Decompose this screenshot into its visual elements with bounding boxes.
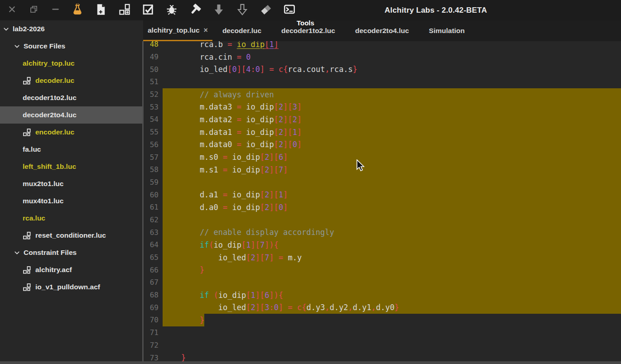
code-line[interactable]: 54 m.data2 = io_dip[2][2] (144, 113, 621, 126)
tab-label: alchitry_top.luc (148, 26, 200, 34)
sidebar-item-encoder-luc[interactable]: encoder.luc (0, 124, 143, 141)
download-solid-button[interactable] (207, 0, 231, 20)
sidebar-item-mux2to1-luc[interactable]: mux2to1.luc (0, 175, 143, 192)
sidebar-item-left_shift_1b-luc[interactable]: left_shift_1b.luc (0, 158, 143, 175)
alchitry-flask-button[interactable] (66, 0, 89, 20)
line-number: 60 (144, 188, 163, 201)
code-line[interactable]: 72 (144, 339, 621, 352)
code-line[interactable]: 63 // enable display accordingly (144, 226, 621, 239)
sidebar-scrollbar[interactable] (142, 41, 144, 364)
new-file-icon (95, 3, 107, 18)
code-line[interactable]: 52 // always driven (144, 88, 621, 101)
check-task-button[interactable] (136, 0, 160, 20)
code-line[interactable]: 60 d.a1 = io_dip[2][1] (144, 188, 621, 201)
code-line[interactable]: 66 } (144, 263, 621, 276)
code-line[interactable]: 58 m.s1 = io_dip[2][7] (144, 163, 621, 176)
sidebar-item-io_v1_pulldown-acf[interactable]: io_v1_pulldown.acf (0, 278, 143, 296)
component-icon (23, 283, 31, 292)
sidebar-item-decoder-luc[interactable]: decoder.luc (0, 72, 143, 89)
line-number: 65 (144, 251, 163, 264)
download-outline-icon (236, 3, 249, 18)
code-line[interactable]: 55 m.data1 = io_dip[2][1] (144, 126, 621, 139)
sidebar-item-decoder2to4-luc[interactable]: decoder2to4.luc (0, 106, 143, 124)
restore-icon (29, 5, 39, 16)
code-line[interactable]: 51 (144, 76, 621, 88)
component-icon (23, 128, 31, 137)
tab-decoder-luc[interactable]: decoder.luc (212, 20, 271, 41)
build-hammer-button[interactable] (183, 0, 207, 20)
code-line[interactable]: 49 rca.cin = 0 (144, 51, 621, 63)
line-number: 68 (144, 289, 163, 302)
chevron-down-icon[interactable] (3, 26, 10, 33)
horizontal-scrollbar[interactable] (0, 361, 621, 364)
code-line[interactable]: 53 m.data3 = io_dip[2][3] (144, 101, 621, 113)
component-icon (23, 231, 31, 240)
tab-decoder2to4-luc[interactable]: decoder2to4.luc (345, 20, 419, 41)
line-code: m.data2 = io_dip[2][2] (163, 113, 621, 126)
restore-button[interactable] (23, 0, 44, 20)
sidebar-item-rca-luc[interactable]: rca.luc (0, 210, 143, 227)
debug-bug-button[interactable] (160, 0, 183, 20)
sidebar-item-constraint-files[interactable]: Constraint Files (0, 244, 143, 261)
code-line[interactable]: 69 io_led[2][3:0] = c{d.y3,d.y2,d.y1,d.y… (144, 301, 621, 314)
code-line[interactable]: 48 rca.b = io_dip[1] (144, 41, 621, 51)
chevron-down-icon[interactable] (14, 249, 20, 256)
line-code (163, 176, 621, 189)
code-line[interactable]: 68 if (io_dip[1][6]){ (144, 289, 621, 302)
new-component-button[interactable] (113, 0, 136, 20)
sidebar-item-alchitry-acf[interactable]: alchitry.acf (0, 261, 143, 278)
code-line[interactable]: 65 io_led[2][7] = m.y (144, 251, 621, 264)
line-number: 70 (144, 314, 163, 326)
terminal-tools-button[interactable] (278, 0, 301, 20)
line-code: io_led[0][4:0] = c{rca.cout,rca.s} (163, 63, 621, 76)
sidebar-item-mux4to1-luc[interactable]: mux4to1.luc (0, 192, 143, 210)
code-line[interactable]: 70 } (144, 314, 621, 326)
line-code: if (io_dip[1][6]){ (163, 289, 621, 302)
line-code: m.data3 = io_dip[2][3] (163, 101, 621, 113)
sidebar-item-alchitry_top-luc[interactable]: alchitry_top.luc (0, 55, 143, 72)
code-line[interactable]: 62 (144, 214, 621, 226)
line-number: 51 (144, 76, 163, 88)
code-line[interactable]: 50 io_led[0][4:0] = c{rca.cout,rca.s} (144, 63, 621, 76)
tab-simulation[interactable]: Simulation (419, 20, 475, 41)
line-number: 59 (144, 176, 163, 189)
code-line[interactable]: 56 m.data0 = io_dip[2][0] (144, 139, 621, 151)
download-outline-button[interactable] (231, 0, 254, 20)
line-code: if(io_dip[1][7]){ (163, 239, 621, 251)
sidebar-item-label: io_v1_pulldown.acf (35, 283, 100, 291)
sidebar-item-label: Constraint Files (24, 249, 77, 257)
code-line[interactable]: 61 d.a0 = io_dip[2][0] (144, 201, 621, 214)
code-line[interactable]: 64 if(io_dip[1][7]){ (144, 239, 621, 251)
new-file-button[interactable] (89, 0, 113, 20)
sidebar-item-reset_conditioner-luc[interactable]: reset_conditioner.luc (0, 227, 143, 244)
title-bar: Alchitry Labs - 2.0.42-BETA (0, 0, 621, 20)
code-editor[interactable]: 48 rca.b = io_dip[1]49 rca.cin = 050 io_… (144, 41, 621, 364)
sidebar-item-decoder1to2-luc[interactable]: decoder1to2.luc (0, 89, 143, 106)
sidebar-item-label: decoder1to2.luc (23, 94, 77, 102)
line-number: 56 (144, 139, 163, 151)
tab-label: Simulation (429, 27, 465, 35)
erase-icon (260, 3, 272, 18)
line-number: 71 (144, 326, 163, 339)
terminal-tools-icon (283, 3, 296, 18)
minimize-button[interactable] (44, 0, 66, 20)
line-number: 48 (144, 41, 163, 51)
code-line[interactable]: 67 (144, 276, 621, 289)
chevron-down-icon[interactable] (14, 43, 20, 50)
code-line[interactable]: 57 m.s0 = io_dip[2][6] (144, 151, 621, 163)
sidebar-item-label: alchitry_top.luc (23, 59, 75, 67)
tab-close-icon[interactable]: × (204, 27, 208, 34)
line-number: 57 (144, 151, 163, 163)
code-line[interactable]: 71 (144, 326, 621, 339)
sidebar-item-lab2-2026[interactable]: lab2-2026 (0, 20, 143, 38)
sidebar-item-fa-luc[interactable]: fa.luc (0, 141, 143, 158)
line-number: 58 (144, 163, 163, 176)
tab-alchitry_top-luc[interactable]: alchitry_top.luc× (143, 20, 212, 41)
line-number: 54 (144, 113, 163, 126)
close-button[interactable] (1, 0, 23, 20)
erase-button[interactable] (254, 0, 278, 20)
tab-bar: alchitry_top.luc×decoder.lucdecoder1to2.… (143, 20, 621, 41)
code-line[interactable]: 59 (144, 176, 621, 189)
debug-bug-icon (165, 3, 178, 18)
sidebar-item-source-files[interactable]: Source Files (0, 38, 143, 55)
